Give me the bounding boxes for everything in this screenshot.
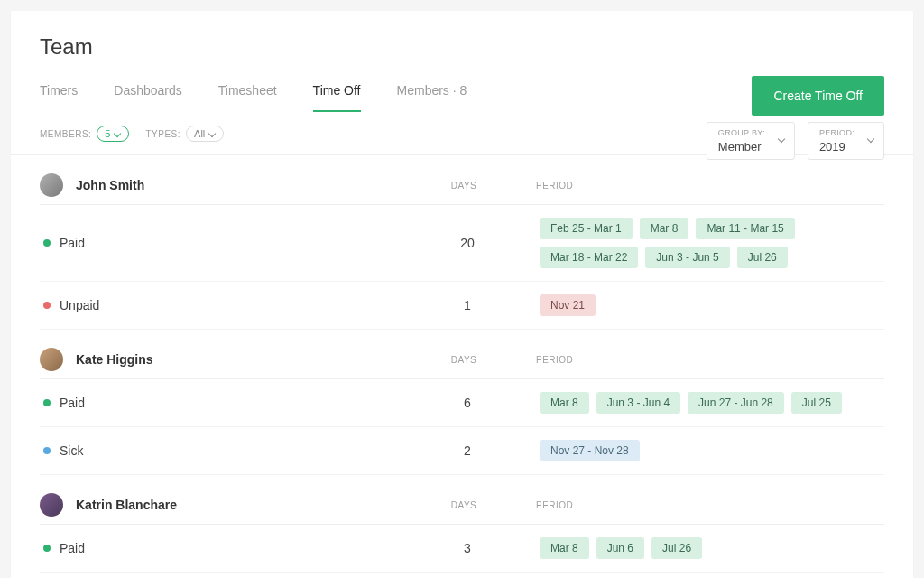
members-filter-value: 5 xyxy=(105,128,110,139)
period-column-header: PERIOD xyxy=(527,181,884,191)
member-header-row: Kate HigginsDAYSPERIOD xyxy=(40,330,884,379)
tab-timesheet[interactable]: Timesheet xyxy=(218,78,277,112)
period-value: 2019 xyxy=(819,140,845,154)
period-badge[interactable]: Feb 25 - Mar 1 xyxy=(540,218,633,239)
days-column-header: DAYS xyxy=(401,181,527,191)
period-label: PERIOD: xyxy=(819,128,855,137)
types-filter[interactable]: All xyxy=(186,126,224,142)
types-filter-label: TYPES: xyxy=(145,129,180,139)
group-by-value: Member xyxy=(718,140,762,154)
time-off-type-label: Sick xyxy=(60,443,404,458)
time-off-list: John SmithDAYSPERIODPaid20Feb 25 - Mar 1… xyxy=(11,155,913,578)
period-badge[interactable]: Nov 21 xyxy=(540,294,596,316)
period-badge[interactable]: Mar 8 xyxy=(640,218,689,239)
tab-timers[interactable]: Timers xyxy=(40,78,78,112)
time-off-row: Paid3Mar 8Jun 6Jul 26 xyxy=(40,525,884,573)
time-off-row: Paid20Feb 25 - Mar 1Mar 8Mar 11 - Mar 15… xyxy=(40,205,884,282)
chevron-down-icon xyxy=(778,135,785,143)
create-time-off-button[interactable]: Create Time Off xyxy=(752,76,884,116)
members-filter-label: MEMBERS: xyxy=(40,129,91,139)
chevron-down-icon xyxy=(208,130,216,137)
period-badge[interactable]: Mar 8 xyxy=(540,392,589,414)
sick-dot-icon xyxy=(43,447,51,454)
page-title: Team xyxy=(40,34,884,60)
paid-dot-icon xyxy=(43,399,51,406)
period-badge[interactable]: Mar 18 - Mar 22 xyxy=(540,247,638,268)
chevron-down-icon xyxy=(867,135,874,143)
days-value: 3 xyxy=(404,541,531,555)
time-off-type-label: Paid xyxy=(60,396,404,410)
paid-dot-icon xyxy=(43,239,51,247)
period-badge[interactable]: Mar 11 - Mar 15 xyxy=(696,218,794,239)
avatar xyxy=(40,493,63,517)
group-by-select[interactable]: GROUP BY: Member xyxy=(707,122,795,160)
tab-time-off[interactable]: Time Off xyxy=(313,78,361,112)
types-filter-value: All xyxy=(194,128,205,139)
period-badge[interactable]: Jul 26 xyxy=(737,247,788,268)
avatar xyxy=(40,173,63,197)
time-off-row: Unpaid3Nov 26 - Nov 28 xyxy=(40,573,884,578)
member-name: Katrin Blanchare xyxy=(76,498,401,512)
period-badge[interactable]: Mar 8 xyxy=(540,537,589,559)
period-badges: Feb 25 - Mar 1Mar 8Mar 11 - Mar 15Mar 18… xyxy=(531,218,884,268)
time-off-row: Paid6Mar 8Jun 3 - Jun 4Jun 27 - Jun 28Ju… xyxy=(40,379,884,427)
filter-bar: MEMBERS: 5 TYPES: All GROUP BY: Member P… xyxy=(11,113,913,155)
days-value: 1 xyxy=(404,298,531,312)
period-badges: Nov 27 - Nov 28 xyxy=(531,440,884,461)
period-badge[interactable]: Jun 3 - Jun 5 xyxy=(645,247,729,268)
time-off-type-label: Paid xyxy=(60,236,404,250)
member-name: Kate Higgins xyxy=(76,352,401,367)
period-badge[interactable]: Jun 3 - Jun 4 xyxy=(596,392,680,414)
avatar xyxy=(40,348,63,371)
paid-dot-icon xyxy=(43,545,51,552)
period-badges: Mar 8Jun 6Jul 26 xyxy=(531,537,884,559)
period-column-header: PERIOD xyxy=(527,355,884,365)
member-name: John Smith xyxy=(76,178,401,192)
period-badge[interactable]: Nov 27 - Nov 28 xyxy=(540,440,640,461)
time-off-type-label: Unpaid xyxy=(60,298,404,312)
days-column-header: DAYS xyxy=(401,500,527,510)
days-column-header: DAYS xyxy=(401,355,527,365)
period-badge[interactable]: Jun 27 - Jun 28 xyxy=(688,392,784,414)
period-column-header: PERIOD xyxy=(527,500,884,510)
time-off-row: Sick2Nov 27 - Nov 28 xyxy=(40,427,884,475)
days-value: 20 xyxy=(404,236,531,250)
days-value: 6 xyxy=(404,396,531,410)
period-badges: Mar 8Jun 3 - Jun 4Jun 27 - Jun 28Jul 25 xyxy=(531,392,884,414)
chevron-down-icon xyxy=(114,130,121,137)
group-by-label: GROUP BY: xyxy=(718,128,765,137)
period-select[interactable]: PERIOD: 2019 xyxy=(808,122,884,160)
tab-dashboards[interactable]: Dashboards xyxy=(114,78,182,112)
period-badge[interactable]: Jul 26 xyxy=(651,537,702,559)
time-off-type-label: Paid xyxy=(60,541,404,555)
period-badge[interactable]: Jun 6 xyxy=(596,537,644,559)
member-header-row: Katrin BlanchareDAYSPERIOD xyxy=(40,475,884,525)
period-badge[interactable]: Jul 25 xyxy=(791,392,842,414)
members-filter[interactable]: 5 xyxy=(97,126,129,142)
time-off-row: Unpaid1Nov 21 xyxy=(40,282,884,330)
days-value: 2 xyxy=(404,443,531,458)
unpaid-dot-icon xyxy=(43,302,51,309)
tab-members[interactable]: Members · 8 xyxy=(397,78,467,112)
member-header-row: John SmithDAYSPERIOD xyxy=(40,155,884,205)
period-badges: Nov 21 xyxy=(531,294,884,316)
